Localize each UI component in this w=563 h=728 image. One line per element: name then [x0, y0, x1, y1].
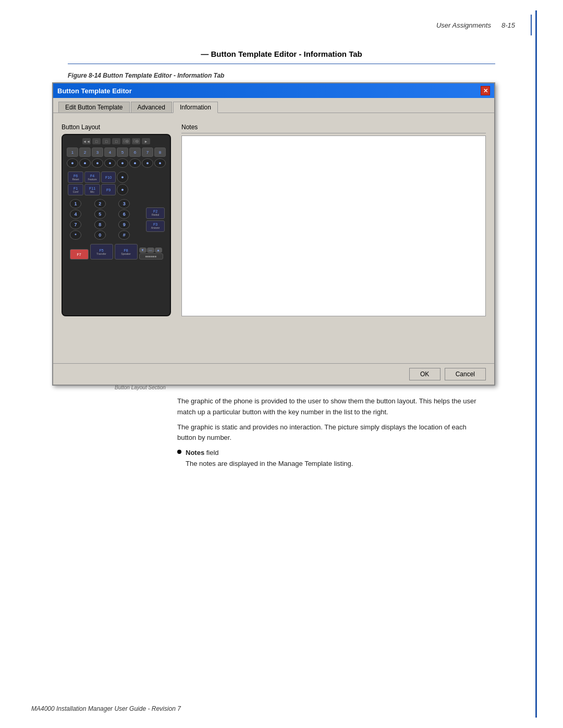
notes-label: Notes [181, 124, 486, 131]
phone-icon-7: ► [142, 138, 150, 144]
phone-fn-row1: F6 Reset F4 Feature F10 ● [68, 171, 128, 183]
phone-btn-7: 7 [142, 147, 153, 157]
phone-arrow-up: ▲ [155, 248, 162, 253]
phone-speaker-bar: ■■■■■■ [139, 253, 163, 260]
description-para1: The graphic of the phone is provided to … [177, 396, 480, 418]
numpad-star: * [70, 230, 81, 240]
dialog-window: Button Template Editor ✕ Edit Button Tem… [52, 82, 495, 386]
numpad-hash: # [118, 230, 130, 240]
phone-numpad: 1 2 3 4 5 6 7 8 9 * 0 # [70, 199, 142, 240]
section-title: — Button Template Editor - Information T… [201, 50, 362, 58]
header-divider [531, 15, 532, 35]
phone-fn-f9: F9 [101, 184, 116, 195]
phone-round-6: ● [129, 158, 141, 168]
phone-btn-5: 5 [117, 147, 128, 157]
phone-f8: F8 Speaker [115, 244, 138, 260]
phone-icon-3: □ [102, 138, 111, 144]
phone-top-icons: ◄◄ □ □ □ □◎ □◎ ► [66, 138, 167, 144]
cancel-button[interactable]: Cancel [445, 368, 486, 380]
phone-f5: F5 Transfer [90, 244, 113, 260]
notes-section: Notes [181, 124, 486, 316]
phone-round-3: ● [92, 158, 103, 168]
phone-round-fn2: ● [117, 184, 128, 195]
numpad-2: 2 [94, 199, 106, 208]
notes-underline [181, 133, 486, 133]
bullet-suffix: field [204, 449, 218, 456]
phone-icon-1: ◄◄ [82, 138, 91, 144]
phone-fn-f3: F3 Answer [146, 220, 165, 232]
phone-fn-f11: F11 Mic [84, 184, 100, 195]
tab-advanced[interactable]: Advanced [131, 102, 172, 113]
phone-round-8: ● [154, 158, 166, 168]
tab-bar: Edit Button Template Advanced Informatio… [53, 98, 494, 113]
phone-fn-f10: F10 [101, 171, 116, 183]
phone-icon-2: □ [92, 138, 101, 144]
bullet-label: Notes [186, 449, 204, 456]
bullet-notes: Notes field The notes are displayed in t… [177, 448, 480, 470]
dialog-content: Button Layout ◄◄ □ □ □ □◎ □◎ ► [53, 113, 494, 363]
right-border-line [535, 10, 537, 718]
numpad-6: 6 [118, 209, 130, 219]
numpad-5: 5 [94, 209, 106, 219]
phone-round-7: ● [142, 158, 153, 168]
phone-round-fn1: ● [117, 171, 128, 183]
phone-round-1: ● [67, 158, 78, 168]
phone-row2: ● ● ● ● ● ● ● ● [66, 158, 167, 168]
bullet-text: The notes are displayed in the Manage Te… [186, 460, 353, 467]
phone-fn-f2: F2 Redial [146, 207, 165, 219]
phone-arrow-down: ▼ [139, 248, 146, 253]
phone-graphic: ◄◄ □ □ □ □◎ □◎ ► 1 2 3 4 5 [62, 134, 171, 316]
description-para2: The graphic is static and provides no in… [177, 422, 480, 444]
close-button[interactable]: ✕ [481, 86, 490, 95]
figure-bottom-label: Button Layout Section [115, 385, 166, 390]
tab-edit-button-template[interactable]: Edit Button Template [58, 102, 130, 113]
numpad-3: 3 [118, 199, 130, 208]
dialog-footer: OK Cancel [53, 363, 494, 385]
phone-btn-4: 4 [104, 147, 116, 157]
numpad-7: 7 [70, 220, 81, 229]
numpad-0: 0 [94, 230, 106, 240]
phone-row1: 1 2 3 4 5 6 7 8 [66, 147, 167, 157]
numpad-1: 1 [70, 199, 81, 208]
phone-icon-6: □◎ [132, 138, 140, 144]
phone-round-4: ● [104, 158, 116, 168]
header-label: User Assignments [436, 21, 491, 29]
phone-fn-f4: F4 Feature [84, 171, 100, 183]
numpad-9: 9 [118, 220, 130, 229]
bullet-icon [177, 450, 181, 454]
dialog-titlebar: Button Template Editor ✕ [53, 83, 494, 98]
bullet-content: Notes field The notes are displayed in t… [186, 448, 353, 470]
phone-icon-4: □ [112, 138, 120, 144]
section-title-underline [68, 64, 495, 64]
phone-fn-row2: F1 Conf F11 Mic F9 ● [68, 184, 128, 195]
ok-button[interactable]: OK [409, 368, 440, 380]
numpad-8: 8 [94, 220, 106, 229]
button-layout-section: Button Layout ◄◄ □ □ □ □◎ □◎ ► [62, 124, 171, 316]
phone-f7: F7 [70, 249, 89, 260]
phone-round-5: ● [117, 158, 128, 168]
phone-btn-1: 1 [67, 147, 78, 157]
phone-round-2: ● [79, 158, 91, 168]
phone-dash: — [147, 248, 154, 253]
page-footer: MA4000 Installation Manager User Guide -… [31, 705, 181, 712]
tab-information[interactable]: Information [173, 102, 218, 113]
notes-textarea[interactable] [181, 135, 486, 316]
dialog-title: Button Template Editor [57, 87, 132, 95]
phone-btn-2: 2 [79, 147, 91, 157]
figure-caption: Figure 8-14 Button Template Editor - Inf… [68, 72, 224, 79]
numpad-4: 4 [70, 209, 81, 219]
phone-icon-5: □◎ [122, 138, 130, 144]
phone-fn-f1: F1 Conf [68, 184, 83, 195]
phone-btn-3: 3 [92, 147, 103, 157]
description-block: The graphic of the phone is provided to … [177, 396, 480, 472]
button-layout-label: Button Layout [62, 124, 171, 131]
phone-btn-8: 8 [154, 147, 166, 157]
page-number: 8-15 [501, 21, 515, 29]
phone-btn-6: 6 [129, 147, 141, 157]
phone-fn-f6: F6 Reset [68, 171, 83, 183]
phone-bottom-row: F7 F5 Transfer F8 Speaker ▼ [66, 244, 167, 260]
